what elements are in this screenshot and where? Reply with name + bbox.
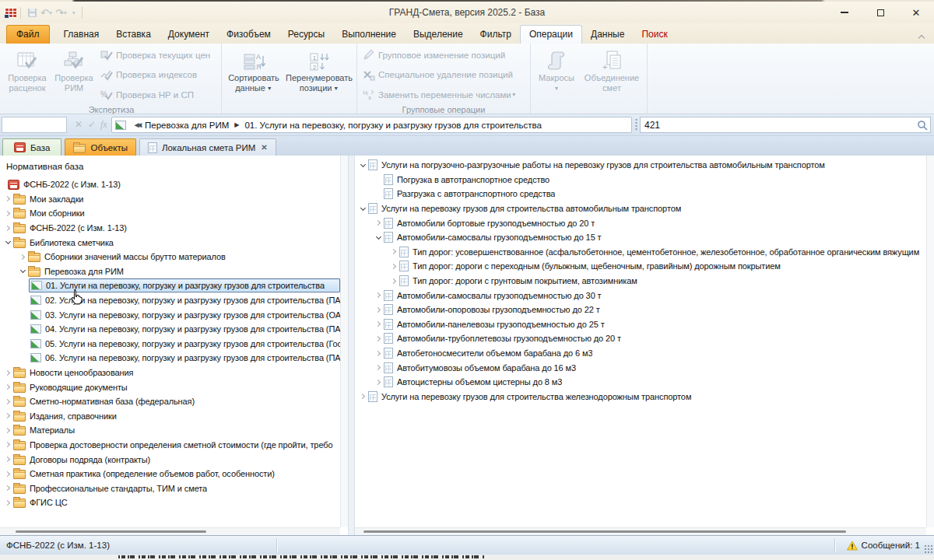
tree-item[interactable]: Услуги на перевозку грузов для строитель… bbox=[355, 390, 926, 404]
tree-item[interactable]: Автоцистерны объемом цистерны до 8 м3 bbox=[355, 375, 926, 390]
view-tab-objects[interactable]: Объекты bbox=[65, 138, 135, 156]
chevron-right-icon[interactable] bbox=[3, 443, 13, 446]
fx-icon[interactable]: fx bbox=[100, 119, 107, 131]
close-button[interactable]: ✕ bbox=[898, 2, 934, 23]
confirm-icon[interactable]: ✓ bbox=[88, 119, 96, 130]
tree-item[interactable]: Материалы bbox=[0, 423, 340, 438]
chevron-right-icon[interactable] bbox=[374, 337, 384, 341]
tree-item[interactable]: Услуги на перевозку грузов для строитель… bbox=[355, 201, 926, 216]
ribbon-small-button[interactable]: ½xЗаменить переменные числами ▼ bbox=[363, 89, 517, 100]
ribbon-button[interactable]: 12Перенумероватьпозиции ▼ bbox=[283, 46, 355, 93]
tree-item[interactable]: Профессиональные стандарты, ТИМ и смета bbox=[0, 481, 340, 495]
ribbon-button[interactable]: Проверкарасценок bbox=[4, 46, 51, 93]
ribbon-small-button[interactable]: Проверка текущих цен bbox=[100, 49, 210, 61]
tree-item[interactable]: Автобетоносмесители объемом барабана до … bbox=[355, 346, 926, 361]
left-horizontal-scrollbar[interactable] bbox=[0, 527, 340, 535]
chevron-right-icon[interactable] bbox=[3, 414, 13, 418]
tree-item[interactable]: Автомобили-трубоплетевозы грузоподъемнос… bbox=[355, 331, 926, 346]
chevron-right-icon[interactable] bbox=[3, 371, 13, 375]
back-icon[interactable]: ◂◂ bbox=[135, 120, 140, 130]
tree-item[interactable]: Тип дорог: дороги с переходным (булыжным… bbox=[355, 259, 926, 274]
tree-item[interactable]: ФСНБ-2022 (с Изм. 1-13) bbox=[0, 221, 340, 236]
ribbon-small-button[interactable]: Проверка индексов bbox=[100, 69, 210, 81]
tree-item[interactable]: Автомобили-самосвалы грузоподъемностью д… bbox=[355, 288, 926, 303]
ribbon-small-button[interactable]: %Проверка НР и СП bbox=[100, 89, 210, 100]
chevron-right-icon[interactable] bbox=[389, 279, 399, 283]
tree-item[interactable]: Сметно-нормативная база (федеральная) bbox=[0, 394, 340, 409]
right-horizontal-scrollbar[interactable] bbox=[355, 527, 926, 535]
close-tab-icon[interactable]: ✕ bbox=[261, 143, 267, 152]
tree-item[interactable]: ФСНБ-2022 (с Изм. 1-13) bbox=[0, 177, 340, 192]
chevron-right-icon[interactable] bbox=[374, 308, 384, 312]
view-tab-base[interactable]: База bbox=[2, 138, 61, 156]
tree-item[interactable]: Автомобили-опоровозы грузоподъемностью д… bbox=[355, 303, 926, 317]
tree-item[interactable]: Библиотека сметчика bbox=[0, 235, 340, 250]
tree-item[interactable]: Мои закладки bbox=[0, 192, 340, 207]
search-input[interactable] bbox=[641, 120, 916, 131]
menu-tab-4[interactable]: Документ bbox=[160, 26, 218, 44]
chevron-right-icon[interactable] bbox=[374, 293, 384, 297]
tree-item[interactable]: Погрузка в автотранспортное средство bbox=[355, 173, 926, 187]
tree-item[interactable]: 01. Услуги на перевозку, погрузку и разг… bbox=[0, 278, 340, 293]
chevron-right-icon[interactable] bbox=[374, 322, 384, 326]
menu-tab-9[interactable]: Фильтр bbox=[472, 26, 520, 44]
tree-item[interactable]: ФГИС ЦС bbox=[0, 495, 340, 510]
chevron-right-icon[interactable] bbox=[3, 212, 13, 215]
chevron-right-icon[interactable] bbox=[3, 400, 13, 404]
tree-item[interactable]: Сметная практика (определение объемов ра… bbox=[0, 467, 340, 481]
address-bar[interactable]: ◂◂ Перевозка для РИМ ▶ 01. Услуги на пер… bbox=[111, 117, 632, 133]
tree-item[interactable]: Автомобили-самосвалы грузоподъемностью д… bbox=[355, 230, 926, 245]
chevron-right-icon[interactable] bbox=[3, 429, 13, 432]
maximize-button[interactable] bbox=[862, 2, 898, 23]
tree-item[interactable]: Тип дорог: усовершенствованное (асфальто… bbox=[355, 245, 926, 260]
name-box-input[interactable] bbox=[2, 117, 67, 133]
breadcrumb-item[interactable]: 01. Услуги на перевозку, погрузку и разг… bbox=[244, 121, 542, 130]
chevron-right-icon[interactable] bbox=[3, 472, 13, 476]
chevron-right-icon[interactable] bbox=[3, 486, 13, 490]
chevron-right-icon[interactable] bbox=[3, 226, 13, 230]
chevron-right-icon[interactable] bbox=[389, 250, 399, 254]
chevron-right-icon[interactable] bbox=[374, 366, 384, 369]
chevron-right-icon[interactable] bbox=[3, 457, 13, 461]
chevron-right-icon[interactable] bbox=[3, 197, 13, 201]
ribbon-button[interactable]: АЯСортироватьданные ▼ bbox=[224, 46, 283, 93]
chevron-right-icon[interactable] bbox=[358, 394, 368, 398]
menu-tab-2[interactable]: Главная bbox=[55, 26, 108, 44]
minimize-button[interactable] bbox=[827, 2, 862, 23]
menu-tab-6[interactable]: Ресурсы bbox=[279, 26, 333, 44]
tree-item[interactable]: Сборники значений массы брутто материало… bbox=[0, 250, 340, 264]
chevron-down-icon[interactable] bbox=[374, 235, 384, 240]
right-vertical-scrollbar[interactable] bbox=[926, 156, 934, 527]
ribbon-button[interactable]: Макросы ▼ bbox=[533, 46, 580, 93]
menu-tab-7[interactable]: Выполнение bbox=[333, 26, 405, 44]
menu-tab-10[interactable]: Операции bbox=[520, 25, 582, 44]
tree-item[interactable]: Издания, справочники bbox=[0, 409, 340, 424]
panel-splitter[interactable] bbox=[348, 156, 355, 535]
tree-item[interactable]: Разгрузка с автотранспортного средства bbox=[355, 187, 926, 201]
tree-item[interactable]: Услуги на погрузочно-разгрузочные работы… bbox=[355, 158, 926, 173]
splitter-handle[interactable] bbox=[635, 118, 637, 131]
chevron-down-icon[interactable] bbox=[358, 163, 368, 168]
tree-item[interactable]: 04. Услуги на перевозку, погрузку и разг… bbox=[0, 322, 340, 337]
tree-item[interactable]: 02. Услуги на перевозку, погрузку и разг… bbox=[0, 293, 340, 308]
collapse-ribbon-icon[interactable] bbox=[919, 33, 925, 39]
tree-item[interactable]: Проверка достоверности определения сметн… bbox=[0, 438, 340, 453]
tree-item[interactable]: Автомобили-панелевозы грузоподъемностью … bbox=[355, 317, 926, 332]
chevron-right-icon[interactable] bbox=[389, 264, 399, 268]
tree-item[interactable]: Новости ценообразования bbox=[0, 366, 340, 380]
cancel-icon[interactable]: ✕ bbox=[75, 119, 83, 130]
tree-item[interactable]: Автобитумовозы объемом барабана до 16 м3 bbox=[355, 360, 926, 375]
menu-tab-1[interactable]: Файл bbox=[6, 25, 50, 44]
tree-item[interactable]: Руководящие документы bbox=[0, 380, 340, 394]
view-tab-document[interactable]: Локальная смета РИМ✕ bbox=[139, 138, 276, 156]
ribbon-small-button[interactable]: Специальное удаление позиций bbox=[363, 69, 517, 81]
tree-item[interactable]: 03. Услуги на перевозку, погрузку и разг… bbox=[0, 307, 340, 322]
ribbon-button[interactable]: +Объединениесмет bbox=[580, 46, 644, 93]
chevron-down-icon[interactable] bbox=[358, 206, 368, 212]
chevron-right-icon[interactable] bbox=[374, 221, 384, 225]
chevron-right-icon[interactable] bbox=[3, 385, 13, 389]
resize-grip-icon[interactable] bbox=[924, 544, 932, 553]
search-icon[interactable] bbox=[916, 119, 930, 131]
ribbon-button[interactable]: ПроверкаРИМ bbox=[51, 46, 97, 93]
menu-tab-8[interactable]: Выделение bbox=[405, 26, 472, 44]
